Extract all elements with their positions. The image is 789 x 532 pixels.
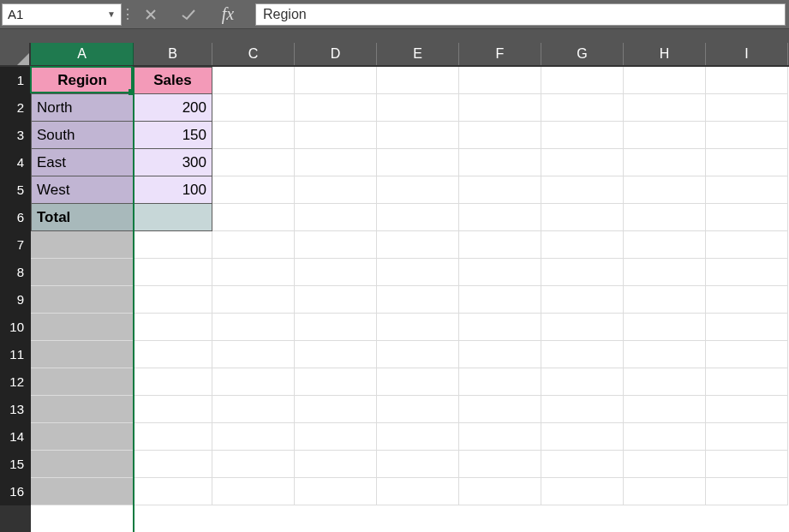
column-header[interactable]: H <box>624 43 706 65</box>
cell[interactable] <box>624 314 706 341</box>
cell[interactable] <box>31 423 134 451</box>
cell[interactable] <box>212 451 295 478</box>
cell[interactable] <box>541 423 624 451</box>
cell[interactable] <box>134 451 212 478</box>
column-header[interactable]: B <box>134 43 212 65</box>
row-header[interactable]: 11 <box>0 341 31 368</box>
cell[interactable]: 100 <box>134 176 212 204</box>
cell[interactable] <box>706 67 788 94</box>
column-header[interactable]: G <box>541 43 624 65</box>
cell[interactable] <box>295 204 377 231</box>
cell[interactable] <box>134 341 212 368</box>
cell[interactable] <box>212 231 295 259</box>
cell[interactable] <box>706 94 788 122</box>
select-all-corner[interactable] <box>0 43 31 67</box>
cell[interactable] <box>624 122 706 149</box>
cell[interactable] <box>541 259 624 286</box>
cell[interactable]: East <box>31 149 134 176</box>
cell[interactable] <box>377 286 459 314</box>
cell[interactable] <box>212 204 295 231</box>
cell[interactable] <box>706 149 788 176</box>
cell[interactable] <box>541 478 624 505</box>
cell[interactable] <box>541 94 624 122</box>
row-header[interactable]: 9 <box>0 286 31 314</box>
cell[interactable] <box>624 259 706 286</box>
cell[interactable] <box>212 368 295 396</box>
cell[interactable] <box>134 204 212 231</box>
row-header[interactable]: 7 <box>0 231 31 259</box>
cell[interactable] <box>624 423 706 451</box>
cell[interactable] <box>706 231 788 259</box>
cell[interactable] <box>459 231 541 259</box>
cell[interactable] <box>134 286 212 314</box>
cell[interactable] <box>377 122 459 149</box>
cell[interactable] <box>624 368 706 396</box>
cell[interactable] <box>706 122 788 149</box>
cell[interactable] <box>459 286 541 314</box>
row-header[interactable]: 8 <box>0 259 31 286</box>
cell[interactable] <box>295 122 377 149</box>
formula-input[interactable]: Region <box>255 3 786 26</box>
cell[interactable] <box>706 176 788 204</box>
cell[interactable]: West <box>31 176 134 204</box>
cell[interactable]: North <box>31 94 134 122</box>
cell[interactable] <box>295 396 377 423</box>
row-header[interactable]: 10 <box>0 314 31 341</box>
cell[interactable] <box>377 204 459 231</box>
cell[interactable] <box>377 94 459 122</box>
cell[interactable]: Region <box>31 67 134 94</box>
cell[interactable]: Sales <box>134 67 212 94</box>
cell[interactable] <box>212 341 295 368</box>
cell[interactable] <box>624 478 706 505</box>
column-header[interactable]: I <box>706 43 788 65</box>
cell[interactable] <box>624 231 706 259</box>
cell[interactable] <box>377 149 459 176</box>
cell[interactable] <box>706 478 788 505</box>
cell[interactable] <box>212 478 295 505</box>
cell[interactable] <box>377 396 459 423</box>
cell[interactable] <box>624 396 706 423</box>
cell[interactable] <box>377 176 459 204</box>
cell[interactable] <box>212 396 295 423</box>
cell[interactable] <box>31 231 134 259</box>
column-header[interactable]: D <box>295 43 377 65</box>
cell[interactable] <box>624 286 706 314</box>
cell[interactable] <box>377 231 459 259</box>
cell[interactable] <box>459 368 541 396</box>
cell[interactable] <box>706 396 788 423</box>
cell[interactable] <box>624 149 706 176</box>
cell[interactable] <box>377 341 459 368</box>
cell[interactable] <box>459 341 541 368</box>
cell[interactable] <box>295 451 377 478</box>
cell[interactable]: 200 <box>134 94 212 122</box>
name-box[interactable]: A1 ▼ <box>2 3 122 26</box>
cell[interactable] <box>31 451 134 478</box>
cell[interactable] <box>624 176 706 204</box>
cell[interactable] <box>706 368 788 396</box>
row-header[interactable]: 1 <box>0 67 31 94</box>
row-header[interactable]: 5 <box>0 176 31 204</box>
cell[interactable] <box>541 451 624 478</box>
cell[interactable] <box>295 67 377 94</box>
cell[interactable] <box>706 286 788 314</box>
column-header[interactable]: E <box>377 43 459 65</box>
cell[interactable] <box>212 149 295 176</box>
cell[interactable] <box>212 314 295 341</box>
cell[interactable] <box>459 204 541 231</box>
row-header[interactable]: 4 <box>0 149 31 176</box>
cell[interactable] <box>31 396 134 423</box>
cell[interactable] <box>459 67 541 94</box>
cell[interactable] <box>459 451 541 478</box>
cell[interactable] <box>134 423 212 451</box>
cell[interactable] <box>295 94 377 122</box>
cell[interactable] <box>459 314 541 341</box>
cell[interactable] <box>377 478 459 505</box>
cell[interactable] <box>624 341 706 368</box>
cell[interactable] <box>459 149 541 176</box>
cell[interactable] <box>624 451 706 478</box>
cell[interactable] <box>212 94 295 122</box>
cell[interactable] <box>541 314 624 341</box>
chevron-down-icon[interactable]: ▼ <box>107 9 116 19</box>
cell[interactable] <box>31 286 134 314</box>
cell[interactable] <box>212 259 295 286</box>
